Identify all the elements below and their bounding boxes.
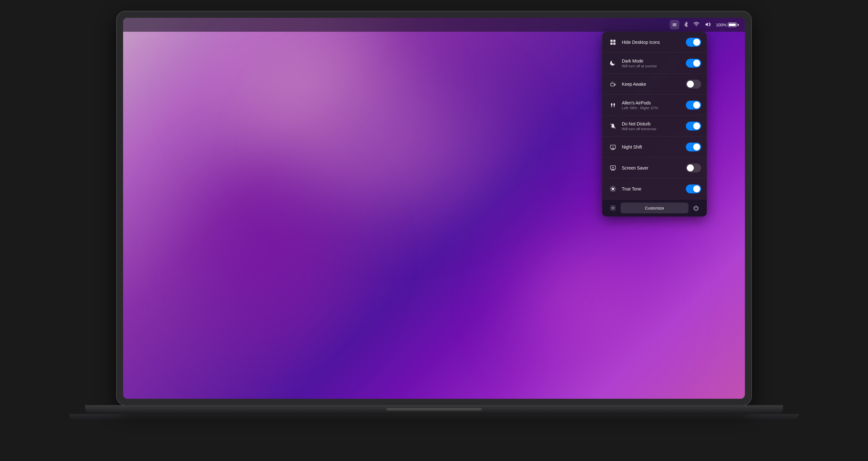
svg-rect-7 (613, 42, 616, 45)
toggle-knob (693, 60, 700, 67)
toggle-knob (687, 165, 694, 171)
menu-item-airpods[interactable]: Allen's AirPods Left: 58% · Right: 67% (602, 95, 707, 116)
dark-mode-title: Dark Mode (622, 58, 686, 63)
customize-button[interactable]: Customize (621, 203, 688, 213)
laptop-bottom (69, 414, 799, 420)
svg-rect-2 (673, 26, 676, 26)
toggle-knob (693, 102, 700, 109)
svg-point-24 (612, 188, 614, 190)
dark-mode-toggle[interactable] (686, 59, 701, 68)
menu-item-screen-saver[interactable]: Screen Saver (602, 157, 707, 178)
true-tone-text: True Tone (622, 186, 686, 192)
svg-rect-12 (614, 106, 615, 107)
do-not-disturb-title: Do Not Disturb (622, 121, 686, 126)
toggle-knob (693, 185, 700, 193)
svg-rect-8 (611, 83, 614, 86)
night-shift-text: Night Shift (622, 144, 686, 149)
svg-line-32 (611, 190, 612, 191)
hide-desktop-icons-title: Hide Desktop Icons (622, 40, 686, 45)
night-shift-icon (608, 142, 618, 152)
hide-desktop-icons-text: Hide Desktop Icons (622, 40, 686, 45)
grid-icon (608, 37, 618, 47)
svg-point-33 (612, 207, 614, 209)
bluetooth-icon[interactable] (684, 22, 688, 28)
night-shift-toggle[interactable] (686, 143, 701, 151)
menu-item-keep-awake[interactable]: Keep Awake (602, 74, 707, 95)
menu-item-dark-mode[interactable]: Dark Mode Will turn off at sunrise (602, 53, 707, 74)
screen-saver-toggle[interactable] (686, 164, 701, 172)
laptop-screen: 100% (123, 18, 745, 399)
wallpaper-swirl-4 (491, 208, 681, 399)
dark-mode-subtitle: Will turn off at sunrise (622, 64, 686, 68)
power-icon[interactable] (691, 203, 701, 213)
true-tone-toggle[interactable] (686, 184, 701, 193)
dropdown-panel: Hide Desktop Icons Dark Mode (602, 32, 707, 217)
keep-awake-title: Keep Awake (622, 82, 686, 87)
airpods-text: Allen's AirPods Left: 58% · Right: 67% (622, 100, 686, 110)
airpods-subtitle: Left: 58% · Right: 67% (622, 106, 686, 110)
svg-point-23 (612, 167, 614, 168)
svg-line-30 (614, 190, 615, 191)
svg-rect-0 (673, 24, 676, 24)
svg-rect-5 (613, 40, 616, 42)
true-tone-title: True Tone (622, 186, 686, 192)
menu-bar-right: 100% (670, 20, 739, 30)
battery-percent-label: 100% (716, 23, 726, 27)
screen-saver-title: Screen Saver (622, 166, 686, 171)
battery-indicator: 100% (716, 23, 739, 27)
menu-item-night-shift[interactable]: Night Shift (602, 137, 707, 157)
bottom-bar: Customize (602, 199, 707, 217)
moon-icon (608, 58, 618, 68)
laptop-base (85, 405, 783, 414)
screen-saver-icon (608, 163, 618, 173)
menu-item-do-not-disturb[interactable]: Do Not Disturb Will turn off tomorrow (602, 116, 707, 137)
laptop-hinge (386, 408, 482, 411)
svg-point-9 (611, 103, 613, 106)
svg-line-29 (611, 187, 612, 187)
battery-body (728, 23, 737, 27)
do-not-disturb-toggle[interactable] (686, 122, 701, 131)
airpods-title: Allen's AirPods (622, 100, 686, 106)
settings-icon[interactable] (608, 203, 618, 213)
menu-item-hide-desktop-icons[interactable]: Hide Desktop Icons (602, 32, 707, 53)
bell-slash-icon (608, 121, 618, 131)
keep-awake-text: Keep Awake (622, 82, 686, 87)
toggle-knob (693, 122, 700, 129)
volume-icon[interactable] (705, 22, 711, 28)
battery-icon (728, 23, 739, 27)
laptop-screen-bezel: 100% (117, 11, 751, 405)
coffee-icon (608, 79, 618, 89)
svg-rect-4 (610, 40, 613, 42)
hide-desktop-icons-toggle[interactable] (686, 38, 701, 47)
menu-bar: 100% (123, 18, 745, 32)
dark-mode-text: Dark Mode Will turn off at sunrise (622, 58, 686, 68)
wifi-icon[interactable] (693, 22, 700, 28)
wallpaper-swirl-3 (155, 129, 377, 383)
do-not-disturb-text: Do Not Disturb Will turn off tomorrow (622, 121, 686, 131)
svg-rect-6 (610, 42, 613, 45)
keep-awake-toggle[interactable] (686, 80, 701, 89)
battery-cap (738, 24, 739, 26)
airpods-toggle[interactable] (686, 100, 701, 110)
toggle-knob (693, 144, 700, 150)
toggle-knob (687, 81, 694, 88)
true-tone-icon (608, 184, 618, 194)
laptop-outer: 100% (85, 11, 783, 450)
airpods-icon (608, 100, 618, 110)
svg-rect-1 (673, 24, 676, 25)
svg-line-31 (614, 187, 615, 187)
battery-fill (729, 24, 736, 26)
menu-item-true-tone[interactable]: True Tone (602, 178, 707, 199)
svg-point-11 (614, 103, 615, 106)
bartender-app-icon[interactable] (670, 20, 679, 30)
night-shift-title: Night Shift (622, 144, 686, 149)
svg-rect-10 (611, 106, 612, 107)
screen-saver-text: Screen Saver (622, 166, 686, 171)
do-not-disturb-subtitle: Will turn off tomorrow (622, 127, 686, 131)
toggle-knob (693, 39, 700, 46)
